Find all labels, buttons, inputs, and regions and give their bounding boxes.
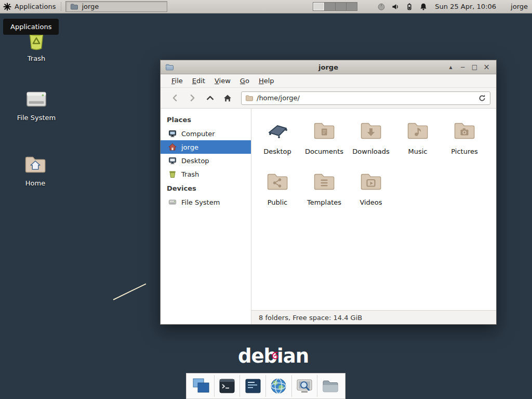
notifications-bell-icon[interactable] [419, 3, 428, 11]
file-item-pictures[interactable]: Pictures [441, 115, 488, 166]
desktop-icon-file-system[interactable]: File System [12, 87, 60, 122]
file-item-downloads[interactable]: Downloads [348, 115, 394, 166]
file-item-music[interactable]: Music [394, 115, 441, 166]
file-item-public[interactable]: Public [254, 166, 301, 217]
menu-file[interactable]: File [167, 75, 188, 87]
desktop-launcher-icon[interactable] [192, 377, 210, 395]
desktop-icon-home[interactable]: Home [11, 152, 59, 187]
workspace-4[interactable] [346, 3, 357, 10]
menu-view[interactable]: View [210, 75, 235, 87]
back-button[interactable] [166, 91, 183, 105]
sidebar-item-desktop[interactable]: Desktop [161, 154, 251, 167]
console-launcher-icon[interactable] [244, 377, 262, 395]
clock[interactable]: Sun 25 Apr, 10:06 [435, 3, 496, 10]
mouse-cursor [113, 283, 147, 300]
applications-menu-button[interactable]: Applications [0, 0, 61, 13]
main-view: Desktop Documents Downloads Music [251, 109, 496, 324]
terminal-launcher-icon[interactable] [218, 377, 236, 395]
forward-button[interactable] [184, 91, 201, 105]
dock-separator [265, 375, 266, 397]
sidebar-item-trash[interactable]: Trash [161, 167, 251, 181]
file-item-label: Desktop [263, 148, 291, 155]
power-icon[interactable] [405, 3, 414, 11]
file-item-desktop[interactable]: Desktop [254, 115, 301, 166]
applications-tooltip-text: Applications [10, 23, 51, 31]
app-finder-launcher-icon[interactable] [295, 377, 314, 395]
minimize-button[interactable]: − [458, 62, 468, 72]
path-input[interactable]: /home/jorge/ [257, 94, 474, 102]
close-button[interactable]: × [482, 62, 491, 72]
dock-separator [291, 375, 292, 397]
sidebar-item-computer[interactable]: Computer [161, 127, 251, 140]
applications-menu-icon [3, 3, 11, 11]
web-browser-launcher-icon[interactable] [269, 377, 288, 395]
desktop-icon-label: File System [17, 114, 56, 122]
desktop-icon-label: Home [25, 179, 45, 187]
folder-downloads-icon [358, 118, 383, 143]
system-tray [377, 0, 428, 13]
taskbar-item-label: jorge [82, 3, 99, 10]
places-header: Places [161, 112, 251, 127]
taskbar-item-jorge[interactable]: jorge [65, 1, 167, 12]
workspace-switcher[interactable] [313, 2, 357, 11]
sidebar-item-file-system[interactable]: File System [161, 195, 251, 209]
sidebar-item-jorge[interactable]: jorge [161, 140, 251, 154]
reload-button[interactable] [478, 94, 486, 102]
icon-view: Desktop Documents Downloads Music [251, 109, 496, 310]
menu-edit[interactable]: Edit [188, 75, 210, 87]
file-item-templates[interactable]: Templates [301, 166, 348, 217]
dock-separator [214, 375, 215, 397]
sidebar-item-label: jorge [181, 143, 198, 151]
folder-templates-icon [312, 169, 337, 194]
window-folder-icon [165, 63, 174, 71]
home-icon [168, 143, 177, 151]
sidebar-item-label: File System [181, 198, 220, 206]
desktop-icon-label: Trash [28, 55, 45, 62]
menu-go[interactable]: Go [235, 75, 254, 87]
file-manager-window: jorge ▴ − □ × File Edit View Go Help [160, 60, 497, 325]
desktop-surface-icon [265, 118, 290, 143]
maximize-button[interactable]: □ [470, 62, 480, 72]
dock-separator [317, 375, 317, 397]
folder-videos-icon [358, 169, 383, 194]
user-menu[interactable]: jorge [511, 3, 528, 10]
menu-help[interactable]: Help [254, 75, 279, 87]
file-item-label: Pictures [451, 148, 477, 155]
trash-icon [168, 170, 177, 178]
statusbar: 8 folders, Free space: 14.4 GiB [251, 310, 496, 324]
sidebar-item-label: Trash [181, 170, 199, 178]
file-item-label: Videos [360, 198, 382, 206]
home-folder-icon [23, 152, 48, 177]
path-folder-icon [245, 94, 253, 102]
computer-icon [168, 129, 177, 138]
desktop: Applications jorge [0, 0, 532, 399]
workspace-2[interactable] [324, 3, 335, 10]
workspace-3[interactable] [335, 3, 346, 10]
file-item-label: Downloads [352, 148, 389, 155]
panel-separator [61, 2, 64, 11]
file-manager-launcher-icon[interactable] [321, 377, 340, 395]
devices-header: Devices [161, 181, 251, 195]
menubar: File Edit View Go Help [161, 74, 496, 88]
file-item-label: Music [408, 148, 428, 155]
panel-spacer [168, 0, 313, 13]
workspace-1[interactable] [313, 3, 324, 10]
up-button[interactable] [202, 91, 218, 105]
applications-tooltip: Applications [3, 19, 59, 35]
top-panel: Applications jorge [0, 0, 532, 14]
dock-panel [186, 373, 345, 399]
file-item-documents[interactable]: Documents [301, 115, 348, 166]
sidebar-item-label: Computer [181, 130, 215, 138]
path-bar[interactable]: /home/jorge/ [241, 91, 490, 105]
titlebar[interactable]: jorge ▴ − □ × [161, 60, 496, 74]
shade-button[interactable]: ▴ [446, 62, 456, 72]
drive-icon [24, 87, 48, 111]
file-item-label: Templates [307, 198, 341, 206]
window-body: Places Computer jorge [161, 109, 496, 324]
volume-icon[interactable] [391, 3, 400, 11]
home-button[interactable] [219, 91, 236, 105]
drive-icon [168, 198, 177, 206]
mouse-icon[interactable] [377, 3, 385, 11]
file-item-videos[interactable]: Videos [348, 166, 394, 217]
folder-documents-icon [312, 118, 337, 143]
